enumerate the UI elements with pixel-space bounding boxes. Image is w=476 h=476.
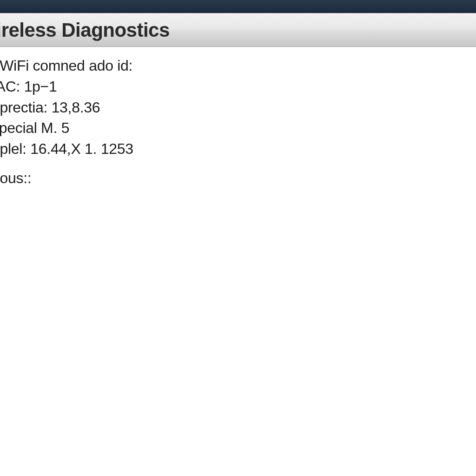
desktop-menubar [0,0,476,13]
info-line: special M. 5 [0,118,476,139]
window-titlebar[interactable]: 'ireless Diagnostics [0,13,476,47]
info-line: t WiFi comned ado id: [0,55,476,76]
info-line: eplel: 16.44,X 1. 1253 [0,139,476,159]
window-content: t WiFi comned ado id: IAC: 1p−1 dprectia… [0,47,476,476]
info-line: dprectia: 13,8.36 [0,97,476,118]
window-title: 'ireless Diagnostics [0,19,170,41]
info-line: IAC: 1p−1 [0,76,476,97]
diagnostics-window: 'ireless Diagnostics t WiFi comned ado i… [0,13,476,476]
info-line: pous:: [0,168,476,189]
